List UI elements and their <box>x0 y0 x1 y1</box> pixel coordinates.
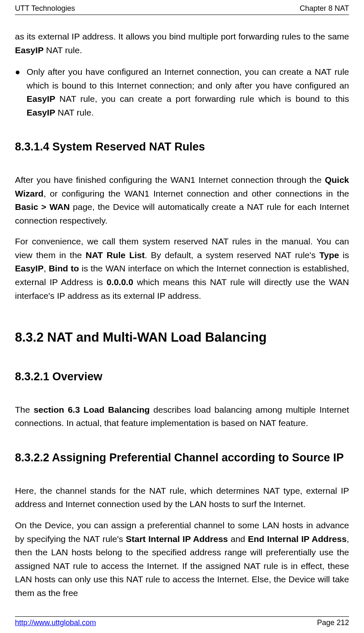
bold-text: section 6.3 Load Balancing <box>34 405 150 414</box>
bold-text: EasyIP <box>27 108 55 117</box>
text: . By default, a system reserved NAT rule… <box>145 250 319 260</box>
bold-text: Basic > WAN <box>15 202 70 212</box>
text: Only after you have configured an Intern… <box>27 67 349 90</box>
para-8314a: After you have finished configuring the … <box>15 173 349 227</box>
text: as its external IP address. It allows yo… <box>15 32 349 41</box>
heading-8314: 8.3.1.4 System Reserved NAT Rules <box>15 138 349 156</box>
footer-link[interactable]: http://www.uttglobal.com <box>15 618 96 627</box>
text: NAT rule. <box>55 108 94 117</box>
heading-832: 8.3.2 NAT and Multi-WAN Load Balancing <box>15 328 349 347</box>
para-8322a: Here, the channel stands for the NAT rul… <box>15 484 349 511</box>
bold-text: NAT Rule List <box>86 250 145 260</box>
page-footer: http://www.uttglobal.com Page 212 <box>15 616 349 627</box>
text: , <box>44 264 49 273</box>
bold-text: End Internal IP Address <box>248 534 347 544</box>
text: The <box>15 405 34 414</box>
bold-text: EasyIP <box>15 45 44 55</box>
text: After you have finished configuring the … <box>15 175 325 185</box>
para-8322b: On the Device, you can assign a preferen… <box>15 519 349 600</box>
intro-para: as its external IP address. It allows yo… <box>15 30 349 57</box>
text: NAT rule, you can create a port forwardi… <box>55 94 349 103</box>
page-header: UTT Technologies Chapter 8 NAT <box>15 0 349 15</box>
heading-8322: 8.3.2.2 Assigning Preferential Channel a… <box>15 449 349 467</box>
bold-text: Start Internal IP Address <box>126 534 228 544</box>
bold-text: Type <box>319 250 339 260</box>
page-content: as its external IP address. It allows yo… <box>15 15 349 600</box>
para-8314b: For convenience, we call them system res… <box>15 235 349 303</box>
heading-8321: 8.3.2.1 Overview <box>15 368 349 386</box>
text: is <box>339 250 349 260</box>
para-8321: The section 6.3 Load Balancing describes… <box>15 403 349 430</box>
text: NAT rule. <box>44 45 82 55</box>
footer-page: Page 212 <box>317 618 349 627</box>
bold-text: Bind to <box>49 264 79 273</box>
bullet-item: ● Only after you have configured an Inte… <box>15 65 349 119</box>
text: and <box>228 534 248 544</box>
bold-text: EasyIP <box>15 264 44 273</box>
header-right: Chapter 8 NAT <box>300 4 349 13</box>
bold-text: 0.0.0.0 <box>106 277 133 287</box>
text: , or configuring the WAN1 Internet conne… <box>44 189 349 198</box>
bold-text: EasyIP <box>27 94 55 103</box>
bullet-text: Only after you have configured an Intern… <box>27 65 349 119</box>
header-left: UTT Technologies <box>15 4 75 13</box>
bullet-dot-icon: ● <box>15 65 27 119</box>
